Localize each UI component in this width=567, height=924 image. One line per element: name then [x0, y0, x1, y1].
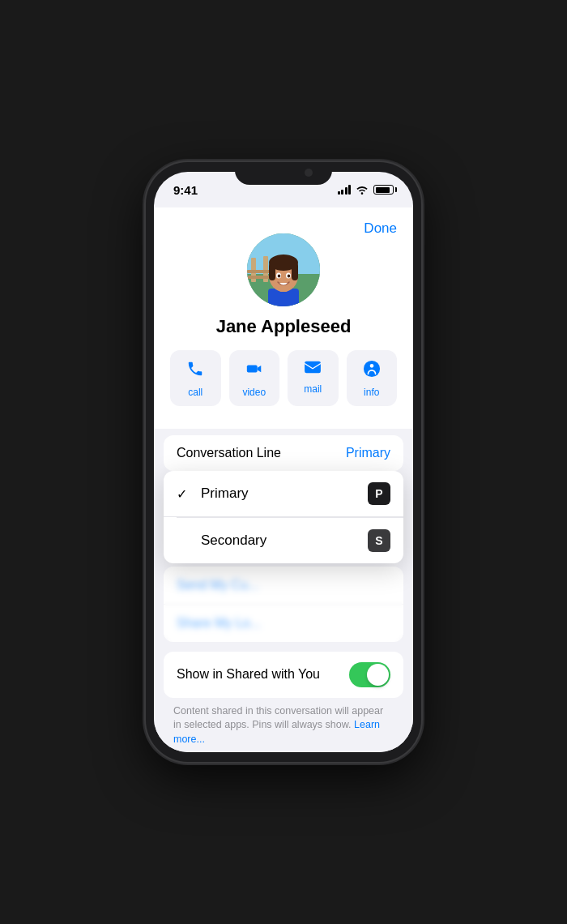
status-time: 9:41	[173, 183, 198, 197]
svg-rect-13	[269, 263, 275, 280]
avatar	[247, 233, 320, 306]
show-in-shared-label: Show in Shared with You	[177, 667, 320, 682]
conversation-line-row[interactable]: Conversation Line Primary	[164, 435, 403, 471]
mail-label: mail	[304, 383, 322, 395]
conversation-line-label: Conversation Line	[177, 446, 281, 460]
info-person-icon	[363, 360, 381, 382]
blurred-rows-container: Send My Cu... Share My Lo...	[164, 567, 403, 642]
call-label: call	[188, 387, 202, 398]
svg-rect-19	[247, 365, 258, 372]
shared-with-you-card: Show in Shared with You	[164, 652, 403, 698]
info-button[interactable]: info	[347, 350, 398, 406]
shared-subtext: Content shared in this conversation will…	[173, 704, 394, 747]
svg-rect-14	[292, 263, 298, 280]
mail-icon	[304, 360, 322, 379]
svg-rect-20	[305, 361, 321, 373]
dropdown-item-primary-left: ✓ Primary	[177, 486, 249, 502]
checkmark-icon: ✓	[177, 486, 193, 502]
conversation-line-card: Conversation Line Primary	[164, 435, 403, 471]
mail-button[interactable]: mail	[288, 350, 339, 406]
notch-camera	[305, 169, 313, 177]
main-sheet: Done	[154, 207, 413, 752]
dropdown-primary-label: Primary	[201, 486, 249, 502]
battery-icon	[373, 185, 394, 195]
wifi-icon	[356, 185, 369, 195]
call-button[interactable]: call	[170, 350, 221, 406]
dropdown-item-primary[interactable]: ✓ Primary P	[164, 471, 403, 517]
svg-point-17	[278, 275, 281, 278]
avatar-container	[167, 233, 400, 306]
show-in-shared-row: Show in Shared with You	[164, 652, 403, 698]
signal-bars-icon	[338, 185, 352, 195]
phone-frame: 9:41 Done	[146, 162, 421, 762]
show-in-shared-toggle[interactable]	[349, 662, 390, 687]
avatar-image	[247, 233, 320, 306]
secondary-badge: S	[368, 529, 390, 552]
conversation-line-dropdown: ✓ Primary P ✓	[164, 471, 403, 563]
dropdown-secondary-label: Secondary	[201, 533, 266, 549]
primary-badge-letter: P	[375, 487, 382, 500]
conversation-line-value: Primary	[346, 446, 390, 460]
video-button[interactable]: video	[229, 350, 280, 406]
primary-badge: P	[368, 482, 390, 505]
done-button[interactable]: Done	[364, 220, 397, 237]
svg-point-18	[288, 275, 291, 278]
status-icons	[338, 185, 394, 195]
info-label: info	[364, 387, 379, 398]
svg-point-21	[364, 361, 380, 377]
contact-name: Jane Appleseed	[167, 316, 400, 337]
video-icon	[245, 360, 263, 382]
blur-overlay	[164, 567, 403, 642]
dropdown-item-secondary-left: ✓ Secondary	[177, 533, 266, 549]
call-icon	[186, 360, 204, 382]
dropdown-popup: ✓ Primary P ✓	[164, 471, 403, 563]
svg-point-22	[369, 364, 373, 368]
notch	[235, 162, 332, 185]
video-label: video	[242, 387, 266, 398]
secondary-badge-letter: S	[375, 534, 382, 547]
action-buttons: call video	[167, 350, 400, 406]
phone-screen: 9:41 Done	[154, 172, 413, 752]
contact-card: Done	[154, 207, 413, 429]
dropdown-item-secondary[interactable]: ✓ Secondary S	[164, 518, 403, 563]
